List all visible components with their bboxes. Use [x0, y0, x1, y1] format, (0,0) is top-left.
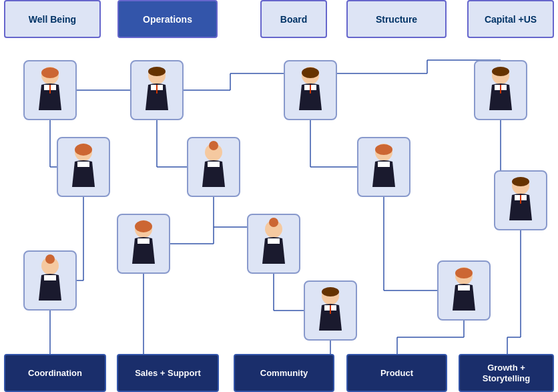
svg-rect-64 [208, 162, 220, 167]
svg-rect-77 [268, 238, 280, 244]
svg-point-63 [209, 141, 218, 150]
person-p3[interactable] [284, 60, 337, 120]
svg-point-52 [302, 67, 319, 78]
svg-point-82 [45, 254, 55, 264]
svg-rect-83 [44, 275, 56, 280]
person-p13[interactable] [304, 280, 357, 341]
svg-rect-61 [77, 162, 89, 167]
person-p5[interactable] [57, 137, 110, 197]
svg-point-66 [375, 144, 392, 155]
svg-point-79 [455, 268, 473, 278]
person-p2[interactable] [130, 60, 184, 120]
top-bar-structure[interactable]: Structure [346, 0, 447, 38]
bottom-bar-community[interactable]: Community [234, 354, 334, 392]
person-p11[interactable] [437, 260, 491, 321]
person-p10[interactable] [247, 214, 300, 274]
bottom-bar-coordination[interactable]: Coordination [4, 354, 106, 392]
top-bar-well-being[interactable]: Well Being [4, 0, 101, 38]
svg-rect-74 [137, 238, 150, 244]
svg-point-56 [492, 67, 509, 76]
person-p1[interactable] [23, 60, 77, 120]
top-bar-capital[interactable]: Capital +US [467, 0, 554, 38]
top-bar-board[interactable]: Board [260, 0, 327, 38]
svg-rect-67 [378, 162, 390, 167]
person-p9[interactable] [117, 214, 170, 274]
person-p6[interactable] [187, 137, 240, 197]
svg-point-69 [512, 177, 529, 186]
person-p8[interactable] [494, 170, 547, 230]
person-p7[interactable] [357, 137, 410, 197]
bottom-bar-growth-storytelling[interactable]: Growth + Storytelling [459, 354, 554, 392]
svg-point-76 [269, 218, 278, 227]
svg-point-73 [135, 220, 152, 232]
bottom-bar-product[interactable]: Product [346, 354, 447, 392]
svg-point-44 [41, 67, 59, 78]
svg-point-60 [75, 144, 92, 156]
person-p12[interactable] [23, 250, 77, 311]
svg-rect-80 [458, 285, 470, 290]
svg-point-85 [322, 287, 339, 297]
person-p4[interactable] [474, 60, 527, 120]
bottom-bar-sales-support[interactable]: Sales + Support [117, 354, 219, 392]
top-bar-operations[interactable]: Operations [117, 0, 218, 38]
org-chart: Well Being Operations Board Structure Ca… [0, 0, 558, 392]
svg-point-48 [148, 67, 166, 76]
